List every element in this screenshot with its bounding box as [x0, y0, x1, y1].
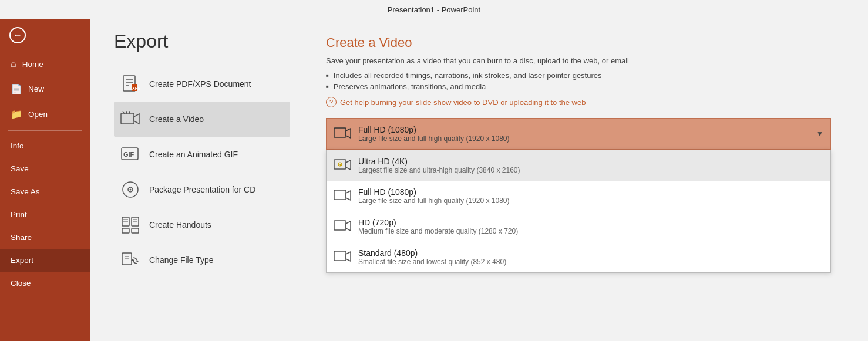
sidebar-item-info-label: Info — [11, 141, 24, 150]
sidebar: ← ⌂ Home 📄 New 📁 Open Info Save — [0, 19, 90, 341]
gif-icon: GIF — [120, 144, 141, 165]
detail-title: Create a Video — [326, 35, 850, 50]
title-bar: Presentation1 - PowerPoint — [0, 0, 868, 19]
detail-description: Save your presentation as a video that y… — [326, 56, 850, 65]
full-hd-subtitle: Large file size and full high quality (1… — [358, 197, 510, 205]
ultra-hd-subtitle: Largest file size and ultra-high quality… — [358, 166, 520, 174]
sidebar-item-new-label: New — [28, 85, 44, 93]
content-area: Export XPS Create PDF/XPS Document — [90, 19, 868, 341]
hd-subtitle: Medium file size and moderate quality (1… — [358, 227, 518, 235]
sidebar-item-export[interactable]: Export — [0, 249, 90, 272]
back-icon: ← — [9, 27, 26, 43]
sidebar-item-share-label: Share — [11, 233, 32, 242]
svg-rect-23 — [132, 228, 139, 233]
svg-marker-40 — [346, 252, 351, 261]
bullet-1: Includes all recorded timings, narration… — [326, 70, 850, 81]
dropdown-list: ★ Ultra HD (4K) Largest file size and ul… — [326, 150, 831, 273]
export-option-gif-label: Create an Animated GIF — [149, 150, 238, 159]
export-option-pdf-label: Create PDF/XPS Document — [149, 79, 251, 89]
changetype-icon — [120, 249, 141, 271]
dropdown-item-standard[interactable]: Standard (480p) Smallest file size and l… — [327, 242, 830, 272]
hd-title: HD (720p) — [358, 218, 518, 227]
svg-rect-37 — [334, 221, 346, 230]
svg-rect-39 — [334, 251, 346, 261]
svg-marker-30 — [346, 129, 351, 138]
detail-help-link[interactable]: ? Get help burning your slide show video… — [326, 97, 850, 107]
new-icon: 📄 — [11, 83, 22, 94]
export-option-handouts[interactable]: Create Handouts — [114, 207, 290, 242]
selected-option-text: Full HD (1080p) Large file size and full… — [358, 125, 810, 143]
dropdown-item-hd[interactable]: HD (720p) Medium file size and moderate … — [327, 211, 830, 242]
export-option-package[interactable]: Package Presentation for CD — [114, 172, 290, 207]
export-option-handouts-label: Create Handouts — [149, 220, 211, 229]
video-export-icon — [120, 109, 141, 130]
sidebar-item-new[interactable]: 📄 New — [0, 76, 90, 102]
svg-marker-7 — [134, 114, 139, 124]
sidebar-item-print[interactable]: Print — [0, 203, 90, 226]
hd-text: HD (720p) Medium file size and moderate … — [358, 218, 518, 235]
export-option-package-label: Package Presentation for CD — [149, 185, 255, 194]
help-icon: ? — [326, 97, 337, 107]
dropdown-selected-option[interactable]: Full HD (1080p) Large file size and full… — [326, 118, 831, 150]
export-menu: Export XPS Create PDF/XPS Document — [90, 19, 308, 341]
quality-dropdown[interactable]: Full HD (1080p) Large file size and full… — [326, 118, 831, 150]
svg-rect-22 — [122, 228, 129, 233]
svg-marker-38 — [346, 221, 351, 231]
sidebar-item-save[interactable]: Save — [0, 157, 90, 180]
sidebar-item-print-label: Print — [11, 210, 27, 219]
selected-video-quality-icon — [334, 124, 352, 143]
pdf-icon: XPS — [120, 73, 141, 94]
ultra-hd-icon: ★ — [334, 156, 352, 175]
export-option-changetype[interactable]: Change File Type — [114, 242, 290, 278]
sidebar-item-export-label: Export — [11, 256, 33, 265]
export-title: Export — [114, 31, 290, 52]
standard-text: Standard (480p) Smallest file size and l… — [358, 248, 506, 266]
title-bar-text: Presentation1 - PowerPoint — [388, 5, 480, 14]
svg-text:XPS: XPS — [132, 86, 140, 90]
dropdown-arrow-icon: ▼ — [816, 130, 823, 138]
sidebar-item-close-label: Close — [11, 279, 31, 288]
open-icon: 📁 — [11, 109, 22, 120]
sidebar-item-save-as[interactable]: Save As — [0, 180, 90, 203]
sidebar-item-open-label: Open — [28, 110, 48, 119]
sidebar-item-save-label: Save — [11, 164, 29, 173]
svg-rect-6 — [121, 113, 134, 124]
full-hd-title: Full HD (1080p) — [358, 187, 510, 197]
hd-icon — [334, 217, 352, 236]
sidebar-item-save-as-label: Save As — [11, 187, 40, 196]
sidebar-item-share[interactable]: Share — [0, 226, 90, 249]
sidebar-item-home[interactable]: ⌂ Home — [0, 52, 90, 76]
sidebar-item-open[interactable]: 📁 Open — [0, 102, 90, 127]
sidebar-item-info[interactable]: Info — [0, 134, 90, 157]
svg-rect-29 — [334, 128, 346, 137]
home-icon: ⌂ — [11, 59, 16, 69]
full-hd-icon — [334, 187, 352, 205]
sidebar-item-home-label: Home — [22, 60, 43, 69]
ultra-hd-title: Ultra HD (4K) — [358, 157, 520, 166]
svg-point-15 — [130, 189, 132, 191]
svg-text:GIF: GIF — [123, 151, 134, 158]
back-button[interactable]: ← — [0, 19, 90, 52]
help-link-text[interactable]: Get help burning your slide show video t… — [340, 98, 586, 107]
selected-option-title: Full HD (1080p) — [358, 125, 810, 134]
standard-title: Standard (480p) — [358, 248, 506, 258]
sidebar-divider — [8, 130, 82, 131]
svg-rect-35 — [334, 190, 346, 200]
export-option-changetype-label: Change File Type — [149, 255, 213, 265]
svg-marker-27 — [136, 261, 139, 262]
selected-option-subtitle: Large file size and full high quality (1… — [358, 134, 810, 143]
export-option-gif[interactable]: GIF Create an Animated GIF — [114, 137, 290, 172]
sidebar-item-close[interactable]: Close — [0, 272, 90, 295]
svg-marker-36 — [346, 191, 351, 200]
handouts-icon — [120, 214, 141, 235]
export-option-video-label: Create a Video — [149, 114, 204, 124]
export-option-video[interactable]: Create a Video — [114, 102, 290, 137]
export-option-pdf[interactable]: XPS Create PDF/XPS Document — [114, 66, 290, 102]
dropdown-item-ultra-hd[interactable]: ★ Ultra HD (4K) Largest file size and ul… — [327, 150, 830, 181]
svg-marker-32 — [346, 160, 351, 170]
standard-subtitle: Smallest file size and lowest quality (8… — [358, 258, 506, 266]
cd-icon — [120, 179, 141, 200]
dropdown-item-full-hd[interactable]: Full HD (1080p) Large file size and full… — [327, 181, 830, 211]
sidebar-nav: ⌂ Home 📄 New 📁 Open Info Save Save As — [0, 52, 90, 295]
standard-icon — [334, 248, 352, 266]
